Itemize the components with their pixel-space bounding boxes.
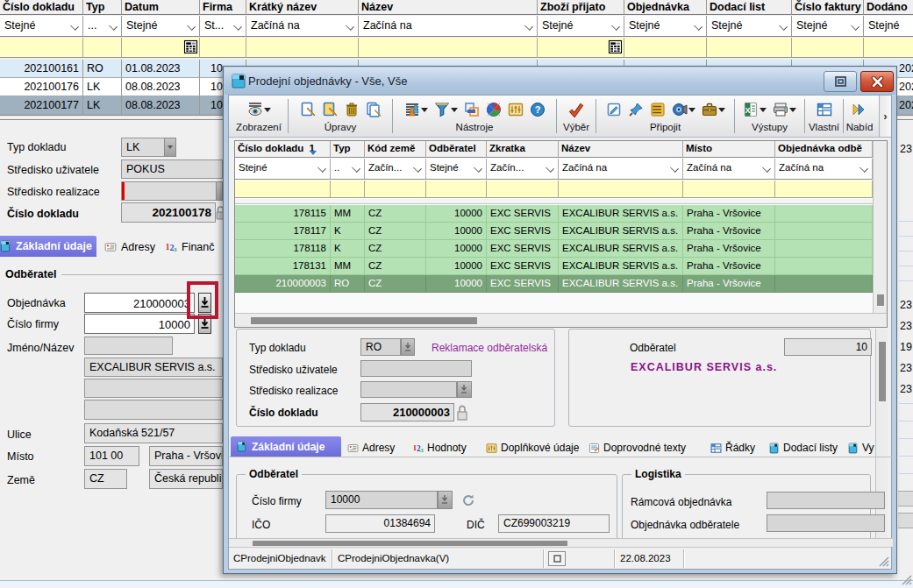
bg-grid-header-9[interactable]: Číslo faktury	[792, 0, 864, 15]
grid-row-cell[interactable]: 178131	[235, 258, 331, 275]
bg-grid-filter-8[interactable]: Stejné	[707, 16, 792, 37]
misto-psc-field[interactable]: 101 00	[84, 446, 139, 466]
grid-header-1[interactable]: Typ	[331, 141, 365, 158]
bg-grid-input-7[interactable]	[624, 38, 707, 58]
zeme-kod-field[interactable]: CZ	[84, 469, 127, 489]
calendar-icon[interactable]	[608, 39, 623, 56]
grid-row-cell[interactable]: 178118	[235, 240, 331, 258]
tab-4[interactable]: Doprovodné texty	[585, 439, 704, 457]
grid-row-cell[interactable]: 10000	[426, 223, 487, 240]
detail-vertical-scrollbar-thumb[interactable]	[879, 342, 886, 401]
dropdown-arrow-icon[interactable]	[688, 108, 695, 112]
calendar-icon[interactable]	[183, 39, 198, 56]
checklist-icon[interactable]	[650, 102, 666, 117]
check-red-icon[interactable]	[568, 102, 584, 117]
grid-row-cell[interactable]: 178117	[235, 223, 331, 240]
detail-stredisko-uzivatele-field[interactable]	[360, 360, 472, 377]
bg-grid-input-8[interactable]	[707, 38, 792, 58]
grid-header-2[interactable]: Kód země	[365, 141, 426, 158]
dropdown-arrow-icon[interactable]	[451, 108, 458, 112]
grid-row-cell[interactable]: Praha - Vršovice	[683, 223, 775, 240]
grid-row-cell[interactable]: CZ	[365, 275, 426, 293]
bg-grid-cell[interactable]: 08.08.2023	[122, 96, 200, 115]
grid-row-cell[interactable]: EXC SERVIS	[487, 275, 559, 293]
bg-grid-header-10[interactable]: Dodáno	[864, 0, 913, 15]
color-wheel-icon[interactable]	[486, 102, 502, 117]
grid-row-cell[interactable]: EXC SERVIS	[487, 258, 559, 275]
grid-row-cell[interactable]: EXCALIBUR SERVIS a.s.	[559, 223, 683, 240]
media-cam-icon[interactable]	[672, 102, 695, 117]
typ-dokladu-spinner[interactable]	[164, 138, 176, 157]
bg-grid-header-4[interactable]: Krátký název	[246, 0, 359, 15]
bg-grid-input-6[interactable]	[538, 38, 624, 58]
bg-grid-filter-5[interactable]: Začíná na	[359, 16, 538, 37]
grid-row-cell[interactable]: 10000	[426, 258, 487, 275]
grid-horizontal-scrollbar-thumb[interactable]	[251, 317, 477, 324]
bg-grid-header-1[interactable]: Typ	[83, 0, 122, 15]
dropdown-arrow-icon[interactable]	[421, 108, 428, 112]
grid-row-cell[interactable]: RO	[331, 275, 365, 293]
tab-3[interactable]: Doplňkové údaje	[482, 439, 582, 457]
bg-grid-filter-9[interactable]: Stejné	[792, 16, 864, 37]
bg-grid-filter-4[interactable]: Začíná na	[246, 16, 359, 37]
detail-stredisko-realizace-field[interactable]	[360, 381, 457, 398]
bg-grid-header-6[interactable]: Zboží přijato	[538, 0, 624, 15]
grid-header-7[interactable]: Objednávka odbě	[775, 141, 873, 158]
detail-typ-dokladu-field[interactable]: RO	[360, 338, 401, 356]
funnel-icon[interactable]	[434, 102, 458, 117]
tab-6[interactable]: Dodací listy	[765, 439, 841, 457]
grid-row-cell[interactable]: EXC SERVIS	[487, 205, 559, 223]
maximize-button[interactable]	[824, 71, 857, 92]
chevrons-icon[interactable]	[852, 102, 867, 117]
bg-grid-input-2[interactable]	[122, 38, 200, 58]
help-circle-icon[interactable]: ?	[530, 102, 546, 117]
bg-grid-filter-2[interactable]: Stejné	[122, 16, 200, 37]
toolbar-overflow-button[interactable]: ›	[879, 96, 891, 137]
grid-input-3[interactable]	[426, 181, 487, 198]
grid-input-2[interactable]	[365, 181, 426, 198]
bg-grid-input-1[interactable]	[83, 38, 122, 58]
window-titlebar[interactable]: Prodejní objednávky - Vše, Vše	[225, 67, 895, 95]
grid-filter-5[interactable]: Začíná na	[559, 159, 683, 180]
merge-squares-icon[interactable]	[464, 102, 480, 117]
stredisko-realizace-spinner[interactable]	[216, 181, 223, 201]
grid-input-0[interactable]	[235, 181, 331, 198]
jmeno-nazev-field[interactable]	[84, 337, 173, 355]
content-ramcova-field[interactable]	[767, 492, 885, 509]
tab-2[interactable]: 123Hodnoty	[409, 439, 480, 457]
bg-grid-header-0[interactable]: Číslo dokladu	[0, 0, 83, 15]
grid-filter-4[interactable]: Začín...	[487, 159, 559, 180]
grid-row-cell[interactable]: Praha - Vršovice	[683, 258, 775, 275]
detail-typ-dokladu-spinner[interactable]	[401, 338, 415, 356]
grid-filter-6[interactable]: Začíná na	[683, 159, 775, 180]
grid-row-cell[interactable]: MM	[331, 258, 365, 275]
content-ico-field[interactable]: 01384694	[325, 514, 435, 533]
grid-vertical-scrollbar-thumb[interactable]	[877, 294, 884, 306]
grid-filter-3[interactable]: Stejné	[426, 159, 487, 180]
eye-view-icon[interactable]	[247, 102, 271, 117]
misto-field[interactable]: Praha - Vršovice	[149, 446, 223, 466]
briefcase-icon[interactable]	[702, 102, 725, 117]
grid-header-3[interactable]: Odběratel	[426, 141, 487, 158]
tab-5[interactable]: Řádky	[707, 439, 762, 457]
dropdown-arrow-icon[interactable]	[718, 108, 725, 112]
dropdown-arrow-icon[interactable]	[264, 108, 271, 112]
grid-row-cell[interactable]: 10000	[426, 240, 487, 258]
tab-0[interactable]: Základní údaje	[231, 436, 341, 457]
grid-row-cell[interactable]: Praha - Vršovice	[683, 205, 775, 223]
doc-edit-icon[interactable]	[322, 102, 338, 117]
grid-row-cell[interactable]: EXC SERVIS	[487, 240, 559, 258]
doc-copy-icon[interactable]	[366, 102, 382, 117]
bg-grid-cell[interactable]: RO	[83, 60, 122, 78]
grid-filter-2[interactable]: Začín...	[365, 159, 426, 180]
content-dic-field[interactable]: CZ699003219	[498, 514, 610, 533]
cislo-firmy-field[interactable]: 10000	[84, 314, 195, 334]
bg-grid-filter-10[interactable]: Stejné	[864, 16, 913, 37]
grid-row-cell[interactable]: CZ	[365, 240, 426, 258]
bg-grid-input-4[interactable]	[246, 38, 359, 58]
tab-1[interactable]: Adresy	[344, 439, 406, 457]
doc-new-icon[interactable]	[300, 102, 316, 117]
grid-row-cell[interactable]: EXCALIBUR SERVIS a.s.	[559, 275, 683, 293]
grid-row-cell[interactable]: CZ	[365, 205, 426, 223]
bg-grid-filter-6[interactable]: Stejné	[538, 16, 624, 37]
